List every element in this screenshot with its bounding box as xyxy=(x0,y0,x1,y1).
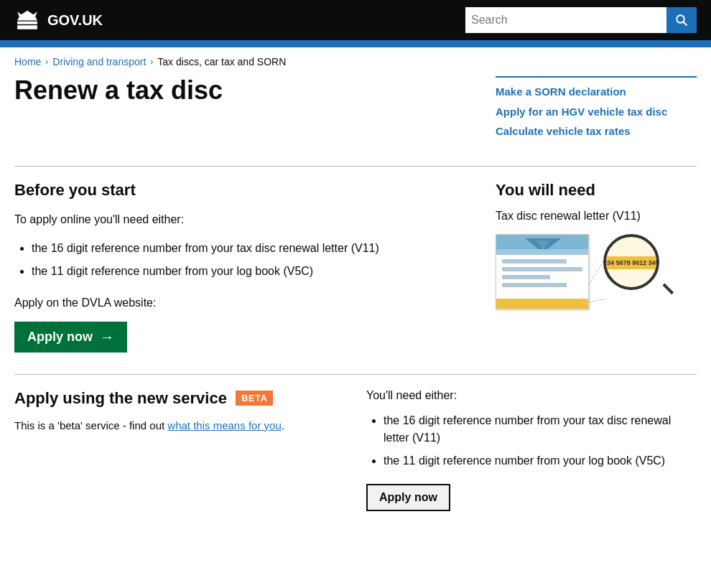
site-header: GOV.UK xyxy=(0,0,711,40)
tax-disc-illustration: 1234 5678 9012 3456 xyxy=(496,234,668,320)
before-you-start-heading: Before you start xyxy=(14,181,467,200)
search-icon xyxy=(675,14,688,27)
apply-on-dvla-text: Apply on the DVLA website: xyxy=(14,294,467,312)
beta-info-suffix: . xyxy=(282,419,284,431)
related-link-rates[interactable]: Calculate vehicle tax rates xyxy=(496,124,697,139)
page-title-section: Renew a tax disc Make a SORN declaration… xyxy=(14,76,697,144)
search-form xyxy=(465,7,697,33)
before-you-start-list: the 16 digit reference number from your … xyxy=(14,240,467,280)
doc-line-4 xyxy=(502,283,567,287)
gov-logo-link[interactable]: GOV.UK xyxy=(14,9,103,32)
blue-bar xyxy=(0,40,711,47)
before-you-start-section: Before you start To apply online you'll … xyxy=(14,181,467,353)
beta-bullet-list: the 16 digit reference number from your … xyxy=(366,412,697,470)
crown-icon xyxy=(14,9,40,32)
search-input[interactable] xyxy=(465,7,666,33)
breadcrumb: Home › Driving and transport › Tax discs… xyxy=(0,47,711,76)
gov-logo-text: GOV.UK xyxy=(47,12,103,29)
you-will-need-heading: You will need xyxy=(496,181,697,200)
related-link-sorn[interactable]: Make a SORN declaration xyxy=(496,85,697,99)
svg-line-9 xyxy=(589,299,607,302)
related-links: Make a SORN declaration Apply for an HGV… xyxy=(496,76,697,139)
breadcrumb-driving[interactable]: Driving and transport xyxy=(52,56,146,67)
doc-header-svg xyxy=(496,235,589,255)
page-title-left: Renew a tax disc xyxy=(14,76,467,144)
you-will-need-section: You will need Tax disc renewal letter (V… xyxy=(496,181,697,353)
section-divider-1 xyxy=(14,166,697,167)
bullet-item-2: the 11 digit reference number from your … xyxy=(32,263,467,280)
breadcrumb-current: Tax discs, car tax and SORN xyxy=(157,56,286,67)
breadcrumb-sep-1: › xyxy=(45,57,48,67)
beta-info-prefix: This is a 'beta' service - find out xyxy=(14,419,167,431)
apply-now-button-grey[interactable]: Apply now xyxy=(366,484,450,511)
search-button[interactable] xyxy=(666,7,697,33)
magnifier-inner: 1234 5678 9012 3456 xyxy=(603,255,659,269)
main-content: Renew a tax disc Make a SORN declaration… xyxy=(0,76,711,540)
svg-rect-7 xyxy=(496,249,589,255)
doc-line-3 xyxy=(502,275,550,279)
bullet-item-1: the 16 digit reference number from your … xyxy=(32,240,467,257)
doc-yellow-bar xyxy=(496,299,588,309)
magnifier-circle: 1234 5678 9012 3456 xyxy=(603,234,659,290)
beta-left: Apply using the new service BETA This is… xyxy=(14,389,338,511)
related-links-container: Make a SORN declaration Apply for an HGV… xyxy=(496,76,697,144)
beta-info-link[interactable]: what this means for you xyxy=(167,419,281,431)
doc-lines xyxy=(496,255,588,295)
before-you-start-intro: To apply online you'll need either: xyxy=(14,211,467,228)
beta-bullet-1: the 16 digit reference number from your … xyxy=(384,412,697,447)
svg-rect-1 xyxy=(17,25,37,29)
renewal-letter-label: Tax disc renewal letter (V11) xyxy=(496,208,697,224)
beta-section: Apply using the new service BETA This is… xyxy=(14,374,697,511)
apply-now-button-green[interactable]: Apply now → xyxy=(14,322,127,353)
breadcrumb-sep-2: › xyxy=(150,57,153,67)
beta-section-inner: Apply using the new service BETA This is… xyxy=(14,389,697,511)
svg-rect-0 xyxy=(17,22,37,24)
breadcrumb-home[interactable]: Home xyxy=(14,56,41,67)
beta-bullet-2: the 11 digit reference number from your … xyxy=(384,452,697,470)
beta-info-text: This is a 'beta' service - find out what… xyxy=(14,418,338,434)
magnifier-number: 1234 5678 9012 3456 xyxy=(603,256,659,269)
doc-line-2 xyxy=(502,267,582,271)
magnifier-handle xyxy=(663,283,674,294)
related-link-hgv[interactable]: Apply for an HGV vehicle tax disc xyxy=(496,105,697,119)
tax-disc-doc xyxy=(496,234,589,309)
svg-line-3 xyxy=(683,22,687,25)
arrow-right-icon: → xyxy=(100,329,114,345)
apply-now-label: Apply now xyxy=(27,330,93,345)
beta-heading: Apply using the new service xyxy=(14,389,227,408)
beta-heading-row: Apply using the new service BETA xyxy=(14,389,338,408)
svg-point-2 xyxy=(677,15,684,23)
doc-header-bar xyxy=(496,235,588,255)
beta-badge: BETA xyxy=(236,391,273,406)
magnifier: 1234 5678 9012 3456 xyxy=(603,234,668,299)
beta-need-text: You'll need either: xyxy=(366,389,697,402)
doc-line-1 xyxy=(502,259,567,263)
content-two-col: Before you start To apply online you'll … xyxy=(14,181,697,353)
beta-right: You'll need either: the 16 digit referen… xyxy=(366,389,697,511)
page-title: Renew a tax disc xyxy=(14,76,467,105)
